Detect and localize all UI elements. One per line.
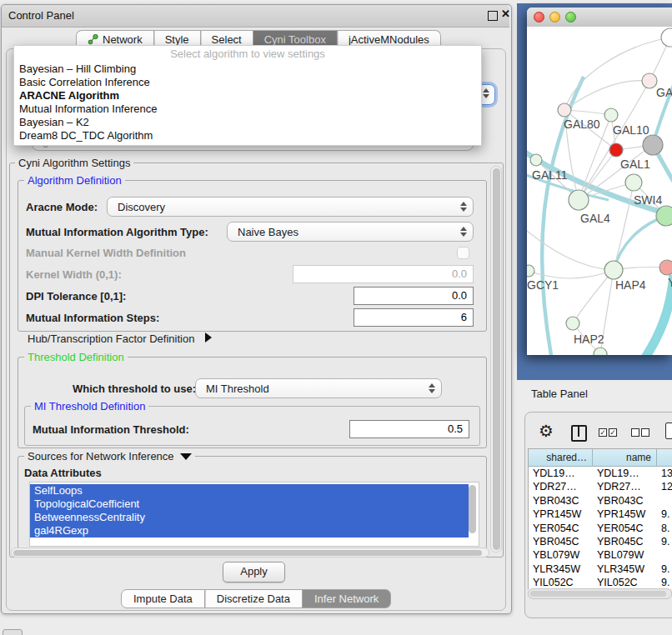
network-icon bbox=[88, 34, 98, 45]
menu-item-bayesian-k2[interactable]: Bayesian – K2 bbox=[14, 116, 481, 129]
scrollbar-thumb[interactable] bbox=[493, 168, 500, 550]
algorithm-definition-title: Algorithm Definition bbox=[24, 174, 125, 187]
table-panel-title: Table Panel bbox=[531, 388, 588, 400]
kernel-width-label: Kernel Width (0,1): bbox=[26, 268, 122, 281]
node-gal4[interactable] bbox=[569, 190, 589, 210]
svg-text:HAP2: HAP2 bbox=[574, 332, 604, 346]
menu-item-dream8[interactable]: Dream8 DC_TDC Algorithm bbox=[14, 129, 481, 142]
mi-algorithm-type-combobox[interactable]: Naive Bayes bbox=[227, 222, 474, 242]
table-row[interactable]: YBR045CYBR045C9. bbox=[529, 535, 672, 548]
table-row[interactable]: YER054CYER054C8. bbox=[529, 522, 672, 535]
node-red[interactable] bbox=[609, 143, 623, 157]
aracne-mode-label: Aracne Mode: bbox=[26, 201, 98, 213]
table-row[interactable]: YDL19…YDL19…13 bbox=[529, 467, 672, 480]
network-canvas[interactable]: GAL GAL80 GAL10 GAL1 GAL11 SWI4 GAL4 GCY… bbox=[527, 27, 672, 355]
table-row[interactable]: YBR043CYBR043C bbox=[529, 494, 672, 508]
mi-threshold-field[interactable]: 0.5 bbox=[349, 420, 469, 438]
float-window-icon[interactable] bbox=[488, 11, 498, 21]
algorithm-dropdown-popup: Select algorithm to view settings Bayesi… bbox=[13, 45, 482, 146]
kernel-width-field[interactable]: 0.0 bbox=[293, 265, 474, 283]
node-gal80[interactable] bbox=[558, 103, 571, 117]
table-header-row: shared… name bbox=[529, 449, 672, 467]
combo-arrows-icon bbox=[457, 227, 470, 237]
node-gal[interactable] bbox=[642, 73, 657, 88]
column-header-shared-name[interactable]: shared… bbox=[529, 449, 593, 467]
list-item-gal4rgexp[interactable]: gal4RGexp bbox=[30, 524, 469, 538]
function-builder-icon[interactable] bbox=[665, 422, 672, 439]
which-threshold-combobox[interactable]: MI Threshold bbox=[195, 378, 442, 398]
svg-text:HAP4: HAP4 bbox=[615, 278, 646, 292]
hub-definition-expander[interactable]: Hub/Transcription Factor Definition bbox=[28, 332, 212, 345]
node-swi4[interactable] bbox=[656, 206, 672, 226]
menu-item-mutual-information[interactable]: Mutual Information Inference bbox=[14, 102, 481, 116]
table-row[interactable]: YPR145WYPR145W9. bbox=[529, 508, 672, 521]
columns-icon[interactable] bbox=[571, 425, 587, 442]
data-attributes-label: Data Attributes bbox=[24, 467, 102, 479]
svg-text:GCY1: GCY1 bbox=[527, 278, 559, 292]
application-screen: Control Panel ✕ Network Style Select Cyn… bbox=[0, 0, 672, 635]
which-threshold-label: Which threshold to use: bbox=[73, 382, 196, 395]
mac-zoom-button[interactable] bbox=[565, 12, 576, 22]
select-all-columns-icon[interactable]: ✓✓ bbox=[599, 428, 617, 437]
data-attributes-list[interactable]: SelfLoops TopologicalCoefficient Between… bbox=[29, 482, 479, 547]
list-scrollbar-thumb[interactable] bbox=[469, 485, 476, 533]
mi-steps-field[interactable]: 6 bbox=[354, 308, 474, 327]
node-bottom[interactable] bbox=[594, 348, 607, 355]
menu-item-aracne[interactable]: ARACNE Algorithm bbox=[14, 89, 481, 102]
mi-threshold-group-title: MI Threshold Definition bbox=[31, 400, 148, 412]
gear-icon[interactable]: ⚙ bbox=[539, 421, 554, 441]
column-header-cut[interactable] bbox=[657, 449, 672, 467]
node-hap4[interactable] bbox=[604, 261, 623, 279]
dpi-tolerance-label: DPI Tolerance [0,1]: bbox=[26, 290, 126, 302]
svg-text:SWI4: SWI4 bbox=[634, 193, 662, 207]
node-table[interactable]: shared… name YDL19…YDL19…13 YDR27…YDR27…… bbox=[528, 448, 672, 589]
node-salmon[interactable] bbox=[659, 260, 672, 275]
close-icon[interactable]: ✕ bbox=[501, 8, 510, 20]
apply-button[interactable]: Apply bbox=[223, 562, 285, 582]
menu-item-bayesian-hill-climbing[interactable]: Bayesian – Hill Climbing bbox=[14, 62, 481, 76]
tab-impute-data[interactable]: Impute Data bbox=[121, 589, 205, 608]
list-item-selfloops[interactable]: SelfLoops bbox=[30, 484, 469, 498]
mi-algorithm-type-label: Mutual Information Algorithm Type: bbox=[26, 226, 208, 238]
list-item-betweennesscentrality[interactable]: BetweennessCentrality bbox=[30, 511, 469, 524]
aracne-mode-combobox[interactable]: Discovery bbox=[107, 197, 474, 217]
node-unlabeled[interactable] bbox=[661, 28, 672, 47]
manual-kernel-width-checkbox[interactable] bbox=[457, 247, 469, 259]
table-row[interactable]: YDR27…YDR27…12 bbox=[529, 480, 672, 493]
settings-horizontal-scrollbar[interactable] bbox=[11, 548, 489, 558]
table-row[interactable]: YIL052CYIL052C9. bbox=[529, 576, 672, 589]
node-gcy1[interactable] bbox=[527, 265, 534, 277]
bottom-tabbar: Impute Data Discretize Data Infer Networ… bbox=[121, 589, 391, 608]
table-horizontal-scrollbar[interactable] bbox=[528, 588, 672, 599]
node-gray[interactable] bbox=[643, 135, 663, 155]
settings-vertical-scrollbar[interactable] bbox=[490, 166, 502, 552]
node-hap2[interactable] bbox=[566, 317, 579, 330]
manual-kernel-width-label: Manual Kernel Width Definition bbox=[26, 247, 186, 259]
mac-close-button[interactable] bbox=[534, 12, 544, 22]
collapse-down-icon bbox=[180, 453, 192, 460]
menu-item-basic-correlation[interactable]: Basic Correlation Inference bbox=[14, 76, 481, 89]
tab-discretize-data[interactable]: Discretize Data bbox=[205, 589, 303, 608]
node-gal11[interactable] bbox=[530, 154, 542, 166]
svg-text:GAL80: GAL80 bbox=[564, 118, 600, 131]
deselect-all-columns-icon[interactable] bbox=[631, 428, 649, 437]
combo-arrows-icon bbox=[457, 202, 470, 212]
scrollbar-thumb[interactable] bbox=[13, 550, 482, 556]
control-panel-title: Control Panel bbox=[8, 9, 74, 22]
table-row[interactable]: YLR345WYLR345W9. bbox=[529, 562, 672, 576]
collapsed-panel-button[interactable] bbox=[3, 629, 23, 635]
sources-group-header[interactable]: Sources for Network Inference bbox=[24, 450, 195, 462]
mac-minimize-button[interactable] bbox=[549, 12, 560, 22]
tab-infer-network[interactable]: Infer Network bbox=[303, 589, 391, 608]
node-gal10[interactable] bbox=[604, 108, 618, 122]
svg-text:GAL: GAL bbox=[656, 86, 672, 99]
column-header-name[interactable]: name bbox=[593, 449, 657, 467]
list-item-topologicalcoefficient[interactable]: TopologicalCoefficient bbox=[30, 498, 469, 511]
node-gal1[interactable] bbox=[625, 174, 642, 191]
table-row[interactable]: YBL079WYBL079W bbox=[529, 548, 672, 562]
dpi-tolerance-field[interactable]: 0.0 bbox=[354, 287, 474, 305]
combo-arrows-icon bbox=[425, 383, 439, 393]
control-panel-titlebar[interactable] bbox=[2, 5, 509, 28]
scrollbar-thumb[interactable] bbox=[530, 591, 666, 597]
node-labels: GAL GAL80 GAL10 GAL1 GAL11 SWI4 GAL4 GCY… bbox=[527, 86, 672, 346]
